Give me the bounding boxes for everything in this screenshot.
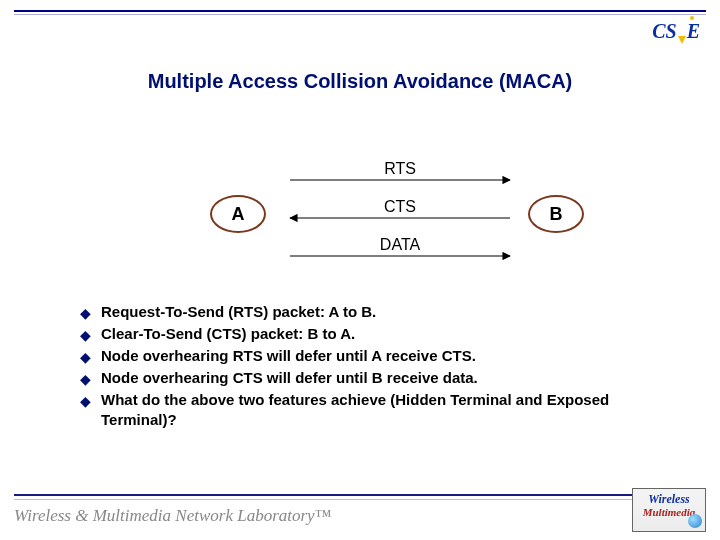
- footer-lab-name: Wireless & Multimedia Network Laboratory…: [14, 506, 331, 526]
- bullet-icon: ◆: [80, 369, 91, 389]
- label-cts: CTS: [360, 198, 440, 216]
- globe-icon: [688, 514, 702, 528]
- bullet-list: ◆ Request-To-Send (RTS) packet: A to B. …: [80, 300, 680, 432]
- bullet-item: ◆ Node overhearing CTS will defer until …: [80, 368, 680, 388]
- slide-title: Multiple Access Collision Avoidance (MAC…: [0, 70, 720, 93]
- bullet-icon: ◆: [80, 391, 91, 411]
- cse-logo-dot-icon: [690, 16, 694, 20]
- bullet-text: Node overhearing CTS will defer until B …: [101, 368, 478, 388]
- cse-logo: CSE: [652, 20, 700, 43]
- label-rts: RTS: [360, 160, 440, 178]
- cse-logo-triangle-icon: [678, 36, 686, 44]
- bullet-icon: ◆: [80, 303, 91, 323]
- bullet-text: Request-To-Send (RTS) packet: A to B.: [101, 302, 376, 322]
- bullet-item: ◆ Node overhearing RTS will defer until …: [80, 346, 680, 366]
- bullet-item: ◆ Request-To-Send (RTS) packet: A to B.: [80, 302, 680, 322]
- bullet-icon: ◆: [80, 347, 91, 367]
- bullet-icon: ◆: [80, 325, 91, 345]
- maca-diagram: A B RTS CTS DATA: [0, 140, 720, 290]
- bullet-item: ◆ Clear-To-Send (CTS) packet: B to A.: [80, 324, 680, 344]
- footer-rule: [14, 494, 706, 496]
- cse-logo-e: E: [687, 20, 700, 42]
- wm-logo-line1: Wireless: [633, 492, 705, 507]
- footer-rule-shadow: [14, 499, 706, 500]
- label-data: DATA: [360, 236, 440, 254]
- cse-logo-cs: CS: [652, 20, 676, 42]
- bullet-text: Clear-To-Send (CTS) packet: B to A.: [101, 324, 355, 344]
- top-rule: [14, 10, 706, 12]
- wireless-multimedia-logo: Wireless Multimedia: [632, 488, 706, 532]
- bullet-text: Node overhearing RTS will defer until A …: [101, 346, 476, 366]
- bullet-item: ◆ What do the above two features achieve…: [80, 390, 680, 430]
- top-rule-shadow: [14, 14, 706, 15]
- bullet-text: What do the above two features achieve (…: [101, 390, 680, 430]
